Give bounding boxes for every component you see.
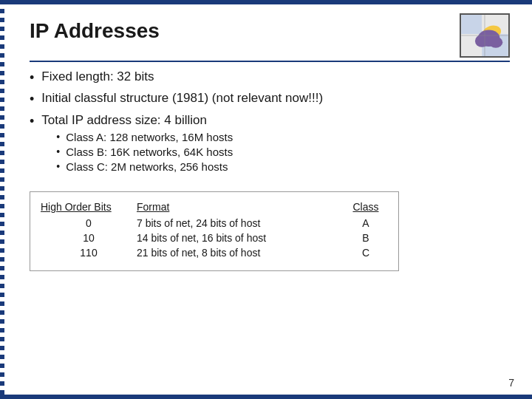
svg-point-6 bbox=[475, 35, 489, 47]
ip-class-table: High Order Bits Format Class 0 7 bits of… bbox=[30, 191, 399, 271]
main-content: Fixed length: 32 bits Initial classful s… bbox=[30, 69, 510, 279]
col-header-format: Format bbox=[137, 200, 344, 214]
left-bar bbox=[0, 0, 4, 399]
bottom-bar bbox=[0, 395, 532, 399]
row3-bits: 110 bbox=[41, 245, 137, 260]
col-header-bits: High Order Bits bbox=[41, 200, 137, 214]
row3-class: C bbox=[344, 245, 388, 260]
row1-format: 7 bits of net, 24 bits of host bbox=[137, 216, 344, 231]
page-title: IP Addresses bbox=[30, 19, 160, 43]
col-header-class: Class bbox=[344, 200, 388, 214]
svg-rect-0 bbox=[461, 15, 482, 34]
sub-bullet-item-1: Class A: 128 networks, 16M hosts bbox=[56, 131, 233, 143]
page-number: 7 bbox=[508, 377, 514, 389]
row1-class: A bbox=[344, 216, 388, 231]
header-section: IP Addresses bbox=[30, 13, 510, 58]
sub-bullet-item-3: Class C: 2M networks, 256 hosts bbox=[56, 160, 233, 173]
row2-bits: 10 bbox=[41, 231, 137, 245]
top-bar bbox=[0, 0, 532, 4]
main-bullet-list: Fixed length: 32 bits Initial classful s… bbox=[30, 69, 510, 175]
row2-format: 14 bits of net, 16 bits of host bbox=[137, 231, 344, 245]
sub-bullet-list: Class A: 128 networks, 16M hosts Class B… bbox=[56, 131, 233, 173]
sub-bullet-item-2: Class B: 16K networks, 64K hosts bbox=[56, 146, 233, 158]
row3-format: 21 bits of net, 8 bits of host bbox=[137, 245, 344, 260]
logo-box bbox=[460, 13, 510, 58]
row1-bits: 0 bbox=[41, 216, 137, 231]
svg-point-7 bbox=[489, 37, 503, 48]
row2-class: B bbox=[344, 231, 388, 245]
bullet-item-1: Fixed length: 32 bits bbox=[30, 69, 510, 86]
bullet-item-3: Total IP address size: 4 billion Class A… bbox=[30, 113, 510, 175]
title-divider bbox=[30, 61, 510, 62]
slide: IP Addresses Fixed bbox=[0, 0, 532, 399]
bullet-item-2: Initial classful structure (1981) (not r… bbox=[30, 91, 510, 108]
table-grid: High Order Bits Format Class 0 7 bits of… bbox=[41, 200, 388, 260]
